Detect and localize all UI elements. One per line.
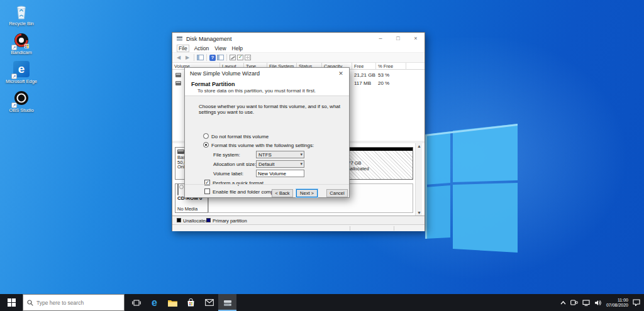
chevron-down-icon: ▾ (300, 152, 303, 157)
back-icon[interactable]: ◀ (175, 54, 182, 61)
wizard-footer: < Back Next > Cancel (185, 184, 349, 197)
desktop: Recycle Bin ↗ Bandicam e ↗ Micro (0, 0, 644, 311)
legend-label: Unallocated (183, 218, 208, 224)
desktop-icon-recycle-bin[interactable]: Recycle Bin (4, 3, 39, 26)
column-header[interactable]: Free Spa... (352, 63, 376, 70)
free-space-cell: 117 MB (354, 80, 371, 86)
shortcut-arrow-icon: ↗ (11, 74, 17, 79)
recycle-bin-icon (13, 3, 30, 21)
disk-management-taskbar-button[interactable] (218, 294, 236, 311)
search-input[interactable] (36, 300, 112, 306)
view-options-icon[interactable] (245, 55, 251, 60)
refresh-disks-icon[interactable] (237, 55, 243, 60)
hidden-icons-chevron-icon[interactable] (560, 301, 566, 305)
taskbar: e (0, 294, 644, 311)
partition-legend: Unallocated Primary partition (172, 216, 425, 224)
disk-management-titlebar[interactable]: Disk Management – □ × (172, 33, 425, 45)
properties-icon[interactable] (230, 55, 236, 60)
taskbar-search-box[interactable] (23, 294, 125, 311)
toolbar-separator (206, 54, 207, 61)
graphic-pane-scrollbar[interactable]: ▲ ▼ (415, 143, 422, 216)
allocation-unit-select[interactable]: Default ▾ (256, 160, 304, 168)
wizard-body: Choose whether you want to format this v… (185, 96, 349, 184)
format-volume-label[interactable]: Format this volume with the following se… (211, 143, 314, 148)
maximize-button[interactable]: □ (389, 33, 407, 45)
menu-bar: File Action View Help (172, 45, 425, 53)
start-button[interactable] (0, 294, 23, 311)
allocation-unit-value: Default (258, 161, 274, 167)
volume-icon (175, 73, 181, 77)
help-icon[interactable]: ? (209, 55, 216, 61)
microsoft-store-button[interactable] (182, 294, 200, 311)
system-tray: 11:00 07/08/2020 (560, 294, 644, 311)
action-pane-icon[interactable] (217, 55, 224, 60)
desktop-icon-list: Recycle Bin ↗ Bandicam e ↗ Micro (4, 3, 39, 119)
allocation-unit-label: Allocation unit size: (213, 161, 256, 167)
status-bar (172, 224, 425, 231)
file-explorer-icon (168, 299, 177, 307)
file-explorer-button[interactable] (164, 294, 182, 311)
column-header[interactable]: % Free (376, 63, 406, 70)
toolbar: ◀ ▶ ? (172, 53, 425, 63)
desktop-icon-label: Recycle Bin (4, 21, 39, 26)
edge-icon: e (152, 297, 157, 308)
cancel-button[interactable]: Cancel (326, 189, 348, 197)
wizard-titlebar[interactable]: New Simple Volume Wizard ✕ (185, 68, 349, 79)
console-tree-icon[interactable] (197, 55, 204, 60)
cdrom-media-status: No Media (175, 207, 208, 212)
bandicam-icon: ↗ (13, 32, 30, 50)
menu-help[interactable]: Help (232, 45, 243, 52)
file-system-select[interactable]: NTFS ▾ (256, 151, 304, 158)
close-button[interactable]: × (407, 33, 425, 45)
do-not-format-radio[interactable] (203, 133, 209, 139)
minimize-button[interactable]: – (372, 33, 389, 45)
volume-icon (175, 81, 181, 85)
file-system-value: NTFS (258, 152, 272, 158)
task-view-button[interactable] (127, 294, 145, 311)
menu-action[interactable]: Action (194, 45, 209, 52)
volume-icon[interactable] (594, 300, 602, 306)
primary-partition-legend-swatch (206, 218, 211, 222)
next-button[interactable]: Next > (296, 189, 318, 197)
edge-icon: e ↗ (13, 61, 30, 79)
instruction-text: Choose whether you want to format this v… (199, 104, 345, 115)
disk-management-app-icon (176, 35, 183, 42)
clock-date: 07/08/2020 (606, 303, 628, 308)
unallocated-legend-swatch (177, 218, 181, 222)
display-device-icon[interactable] (570, 300, 578, 306)
network-icon[interactable] (582, 300, 590, 306)
taskbar-clock[interactable]: 11:00 07/08/2020 (606, 298, 628, 308)
desktop-icon-microsoft-edge[interactable]: e ↗ Microsoft Edge (4, 61, 39, 84)
taskbar-app-icons: e (127, 294, 236, 311)
menu-view[interactable]: View (214, 45, 226, 52)
wizard-title: New Simple Volume Wizard (190, 70, 260, 77)
task-view-icon (132, 299, 141, 307)
desktop-icon-bandicam[interactable]: ↗ Bandicam (4, 32, 39, 55)
back-button[interactable]: < Back (272, 189, 293, 197)
windows-start-icon (8, 298, 16, 307)
wizard-step-header: Format Partition To store data on this p… (185, 79, 349, 96)
format-volume-radio[interactable] (203, 142, 209, 148)
menu-file[interactable]: File (177, 45, 189, 52)
taskbar-edge-button[interactable]: e (145, 294, 164, 311)
percent-free-cell: 53 % (378, 72, 389, 78)
do-not-format-label[interactable]: Do not format this volume (211, 134, 269, 139)
clock-time: 11:00 (606, 298, 628, 303)
scroll-up-icon[interactable]: ▲ (416, 144, 423, 148)
desktop-icon-obs-studio[interactable]: ↗ OBS Studio (4, 90, 39, 113)
forward-icon[interactable]: ▶ (184, 54, 191, 61)
hard-disk-icon (177, 150, 184, 154)
action-center-icon[interactable] (633, 299, 640, 306)
mail-icon (205, 299, 214, 306)
free-space-cell: 21,21 GB (354, 72, 375, 78)
toolbar-separator (194, 54, 194, 61)
close-icon[interactable]: ✕ (333, 68, 349, 79)
new-simple-volume-wizard-dialog: New Simple Volume Wizard ✕ Format Partit… (184, 67, 350, 198)
volume-label-label: Volume label: (213, 171, 243, 177)
mail-button[interactable] (200, 294, 218, 311)
microsoft-store-icon (187, 298, 195, 307)
chevron-down-icon: ▾ (300, 161, 303, 166)
legend-label: Primary partition (213, 218, 247, 224)
volume-label-input[interactable] (256, 170, 304, 177)
scroll-down-icon[interactable]: ▼ (416, 210, 423, 215)
